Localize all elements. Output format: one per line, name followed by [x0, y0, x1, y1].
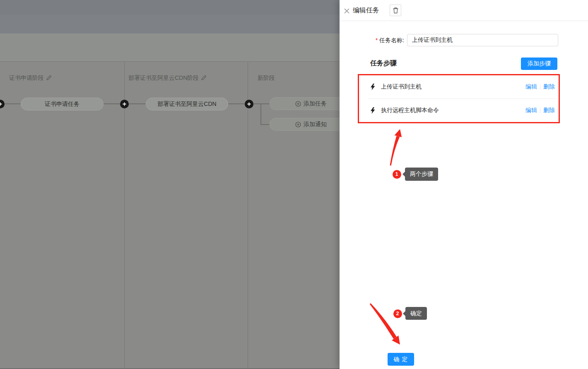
link-separator — [540, 84, 540, 90]
edit-step-link[interactable]: 编辑 — [525, 107, 537, 114]
task-node-label: 部署证书至阿里云CDN — [157, 101, 216, 108]
connector-line — [228, 103, 245, 104]
connector-line — [104, 103, 120, 104]
step-row: 执行远程主机脚本命令 编辑 删除 — [359, 99, 559, 122]
annotation-tooltip-1: 两个步骤 — [405, 168, 438, 181]
add-step-button[interactable]: 添加步骤 — [521, 58, 557, 70]
annotation-tooltip-2: 确定 — [405, 307, 427, 320]
annotation-badge-2: 2 — [393, 309, 402, 318]
stage-title-1: 证书申请阶段 — [9, 75, 52, 81]
circle-plus-icon — [295, 101, 301, 107]
connector-line — [3, 103, 21, 104]
drawer-title: 编辑任务 — [353, 0, 379, 21]
confirm-button[interactable]: 确 定 — [388, 353, 414, 366]
trash-icon — [393, 7, 399, 14]
add-notification-label: 添加通知 — [304, 121, 327, 128]
edit-pencil-icon[interactable] — [46, 75, 52, 81]
stage-title-2: 部署证书至阿里云CDN阶段 — [128, 75, 207, 81]
required-mark: * — [376, 37, 378, 43]
task-name-input[interactable] — [407, 34, 558, 46]
lightning-icon — [370, 84, 376, 90]
annotation-badge-1: 1 — [393, 170, 401, 179]
delete-step-link[interactable]: 删除 — [543, 83, 555, 91]
steps-heading: 任务步骤 — [370, 59, 397, 68]
edit-step-link[interactable]: 编辑 — [525, 83, 537, 91]
task-node-label: 证书申请任务 — [45, 101, 80, 108]
connector-line — [128, 103, 146, 104]
step-name: 执行远程主机脚本命令 — [381, 107, 439, 114]
steps-highlight-box: 上传证书到主机 编辑 删除 执行远程主机脚本命令 编辑 删除 — [358, 74, 560, 123]
add-task-label: 添加任务 — [304, 100, 327, 108]
add-stage-button[interactable] — [120, 100, 129, 108]
close-icon[interactable] — [342, 6, 351, 15]
step-name: 上传证书到主机 — [381, 83, 422, 91]
task-node-deploy-cdn[interactable]: 部署证书至阿里云CDN — [146, 98, 228, 110]
connector-line — [253, 103, 270, 104]
task-name-label: *任务名称: — [340, 37, 404, 44]
edit-task-drawer: 编辑任务 *任务名称: 任务步骤 添加步骤 上传证书到主机 编辑 删除 执 — [340, 0, 588, 369]
delete-step-link[interactable]: 删除 — [543, 107, 555, 114]
task-node-cert-apply[interactable]: 证书申请任务 — [21, 98, 104, 110]
drawer-header: 编辑任务 — [340, 0, 588, 21]
step-row: 上传证书到主机 编辑 删除 — [359, 75, 559, 98]
connector-line — [260, 103, 261, 125]
connector-line — [260, 124, 270, 125]
stage-title-label: 部署证书至阿里云CDN阶段 — [128, 74, 199, 82]
add-stage-button[interactable] — [245, 100, 253, 108]
stage-title-label: 证书申请阶段 — [9, 74, 44, 82]
plus-icon — [247, 102, 251, 106]
stage-title-label: 新阶段 — [258, 74, 275, 82]
circle-plus-icon — [295, 122, 301, 127]
lightning-icon — [370, 107, 376, 114]
stage-title-3: 新阶段 — [258, 75, 275, 81]
plus-icon — [0, 102, 2, 106]
plus-icon — [122, 102, 127, 106]
delete-task-button[interactable] — [390, 5, 401, 16]
link-separator — [540, 108, 540, 113]
edit-pencil-icon[interactable] — [201, 75, 207, 81]
